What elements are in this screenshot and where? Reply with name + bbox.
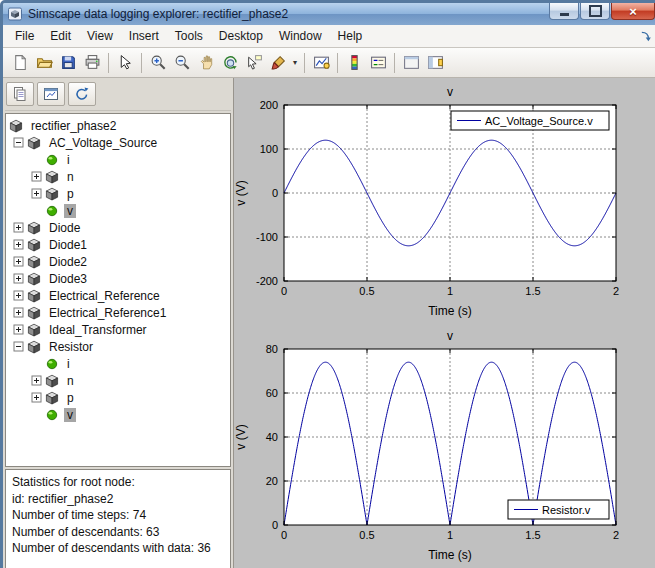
expand-icon[interactable] — [9, 256, 27, 267]
expand-icon[interactable] — [9, 273, 27, 284]
tree-node-label: Diode1 — [46, 238, 90, 252]
menu-view[interactable]: View — [79, 26, 121, 46]
menu-desktop[interactable]: Desktop — [211, 26, 271, 46]
refresh-button[interactable] — [68, 82, 96, 106]
print-figure-button[interactable] — [80, 51, 104, 75]
resistor-chart-container: 00.511.52020406080vTime (s)v (V)Resistor… — [234, 322, 655, 566]
stats-line-2: id: rectifier_phase2 — [12, 491, 224, 508]
voltage-chart[interactable]: 00.511.52-200-1000100200vTime (s)v (V)AC… — [234, 78, 655, 322]
report-button[interactable] — [6, 82, 34, 106]
tree-node-Diode[interactable]: Diode — [9, 219, 230, 236]
expand-icon[interactable] — [9, 324, 27, 335]
y-axis-label: v (V) — [234, 180, 248, 205]
collapse-icon[interactable] — [9, 341, 27, 352]
tree-node-n[interactable]: n — [9, 168, 230, 185]
link-plot-button[interactable] — [309, 51, 333, 75]
save-figure-button[interactable] — [56, 51, 80, 75]
tree-node-label: AC_Voltage_Source — [46, 136, 160, 150]
show-plot-tools-button[interactable] — [423, 51, 447, 75]
tree-node-Ideal_Transformer[interactable]: Ideal_Transformer — [9, 321, 230, 338]
tree-node-i[interactable]: i — [9, 151, 230, 168]
expand-icon[interactable] — [27, 392, 45, 403]
tree-node-label: i — [64, 153, 73, 167]
menu-window[interactable]: Window — [271, 26, 330, 46]
menu-tools[interactable]: Tools — [167, 26, 211, 46]
minimize-icon — [560, 13, 569, 16]
expand-icon[interactable] — [27, 375, 45, 386]
rotate-3d-button[interactable] — [218, 51, 242, 75]
hide-plot-tools-button[interactable] — [399, 51, 423, 75]
maximize-button[interactable] — [580, 3, 610, 20]
tree-indent — [9, 210, 27, 211]
voltage-chart-container: 00.511.52-200-1000100200vTime (s)v (V)AC… — [234, 78, 655, 322]
chart-title: v — [447, 85, 453, 99]
tree-node-rectifier_phase2[interactable]: rectifier_phase2 — [9, 117, 230, 134]
stats-line-5: Number of descendants with data: 36 — [12, 540, 224, 557]
pan-icon — [198, 54, 215, 71]
expand-icon[interactable] — [9, 290, 27, 301]
menu-edit[interactable]: Edit — [42, 26, 79, 46]
expand-icon[interactable] — [9, 239, 27, 250]
pan-button[interactable] — [194, 51, 218, 75]
block-node-icon — [9, 119, 28, 133]
tree-node-i[interactable]: i — [9, 355, 230, 372]
data-cursor-button[interactable] — [242, 51, 266, 75]
open-in-figure-button[interactable] — [37, 82, 65, 106]
x-tick-label: 1.5 — [525, 529, 540, 541]
tree-node-Electrical_Reference[interactable]: Electrical_Reference — [9, 287, 230, 304]
link-plot-icon — [313, 54, 330, 71]
tree-node-label: Diode2 — [46, 255, 90, 269]
x-axis-label: Time (s) — [428, 548, 472, 562]
zoom-out-button[interactable] — [170, 51, 194, 75]
block-node-icon — [45, 391, 64, 405]
expand-icon[interactable] — [27, 171, 45, 182]
tree-node-p[interactable]: p — [9, 185, 230, 202]
block-node-icon — [27, 136, 46, 150]
save-figure-icon — [60, 54, 77, 71]
menu-file[interactable]: File — [7, 26, 42, 46]
open-file-button[interactable] — [32, 51, 56, 75]
show-plot-tools-icon — [427, 54, 444, 71]
tree-node-v[interactable]: v — [9, 406, 230, 423]
tree-node-Diode2[interactable]: Diode2 — [9, 253, 230, 270]
dock-button[interactable] — [636, 27, 654, 45]
close-button[interactable]: × — [611, 3, 655, 20]
insert-legend-button[interactable] — [366, 51, 390, 75]
block-node-icon — [27, 238, 46, 252]
tree-node-n[interactable]: n — [9, 372, 230, 389]
tree-node-Resistor[interactable]: Resistor — [9, 338, 230, 355]
brush-button[interactable] — [266, 51, 290, 75]
edit-plot-button[interactable] — [113, 51, 137, 75]
tree-node-Diode1[interactable]: Diode1 — [9, 236, 230, 253]
new-figure-button[interactable] — [8, 51, 32, 75]
collapse-icon[interactable] — [9, 137, 27, 148]
tree-node-p[interactable]: p — [9, 389, 230, 406]
tree-node-v[interactable]: v — [9, 202, 230, 219]
window-title: Simscape data logging explorer: rectifie… — [28, 7, 548, 21]
tree-node-Diode3[interactable]: Diode3 — [9, 270, 230, 287]
open-file-icon — [36, 54, 53, 71]
zoom-in-button[interactable] — [146, 51, 170, 75]
tree-node-AC_Voltage_Source[interactable]: AC_Voltage_Source — [9, 134, 230, 151]
x-tick-label: 0.5 — [359, 529, 374, 541]
legend[interactable]: AC_Voltage_Source.v — [451, 111, 609, 130]
brush-dropdown[interactable]: ▾ — [290, 58, 300, 67]
block-node-icon — [45, 374, 64, 388]
window-controls: × — [548, 3, 655, 20]
minimize-button[interactable] — [549, 3, 579, 20]
legend[interactable]: Resistor.v — [508, 500, 609, 519]
expand-icon[interactable] — [27, 188, 45, 199]
insert-colorbar-button[interactable] — [342, 51, 366, 75]
menu-insert[interactable]: Insert — [121, 26, 167, 46]
expand-icon[interactable] — [9, 307, 27, 318]
resistor-chart[interactable]: 00.511.52020406080vTime (s)v (V)Resistor… — [234, 322, 655, 566]
app-icon — [7, 6, 23, 22]
report-icon — [12, 86, 28, 102]
tree-node-Electrical_Reference1[interactable]: Electrical_Reference1 — [9, 304, 230, 321]
expand-icon[interactable] — [9, 222, 27, 233]
titlebar[interactable]: Simscape data logging explorer: rectifie… — [3, 3, 655, 25]
block-node-icon — [27, 340, 46, 354]
tree-node-label: n — [64, 170, 77, 184]
menu-help[interactable]: Help — [330, 26, 371, 46]
signal-node-icon — [45, 357, 64, 371]
